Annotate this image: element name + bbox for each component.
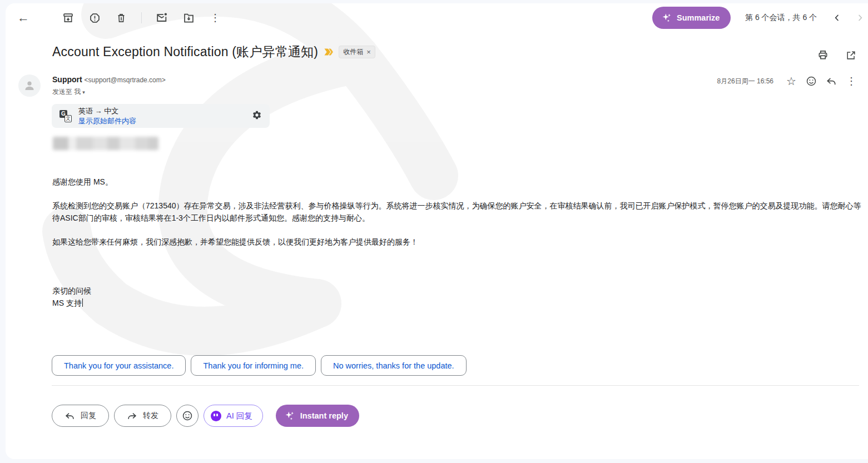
previous-conversation-icon[interactable] — [826, 7, 847, 28]
sparkle-icon — [284, 410, 295, 421]
translate-icon: G 文 — [59, 110, 72, 122]
recipient-text: 发送至 我 — [52, 87, 81, 97]
translate-languages: 英语 → 中文 — [78, 106, 136, 116]
more-vert-glyph: ⋮ — [210, 12, 220, 24]
message-date: 8月26日周一 16:56 — [717, 77, 773, 86]
sender-email: <support@msqrtrade.com> — [85, 76, 166, 84]
show-original-link[interactable]: 显示原始邮件内容 — [78, 116, 136, 126]
subject-row: Account Exception Notification (账户异常通知) … — [52, 43, 375, 61]
smart-reply-row: Thank you for your assistance. Thank you… — [52, 355, 467, 376]
sender-avatar[interactable] — [18, 74, 41, 97]
instant-reply-label: Instant reply — [300, 411, 348, 420]
archive-icon[interactable] — [57, 7, 79, 29]
signature-line-2: MS 支持 — [52, 297, 83, 310]
forward-button[interactable]: 转发 — [114, 405, 171, 427]
mark-unread-icon[interactable] — [151, 7, 173, 29]
instant-reply-button[interactable]: Instant reply — [276, 405, 359, 427]
body-paragraph-2: 系统检测到您的交易账户（7213540）存在异常交易，涉及非法经营获利、参与价格… — [52, 200, 862, 224]
importance-marker-icon[interactable] — [324, 48, 333, 56]
recipient-row[interactable]: 发送至 我 ▾ — [52, 87, 85, 97]
back-arrow-glyph: ← — [17, 11, 29, 25]
delete-icon[interactable] — [110, 7, 132, 29]
move-to-icon[interactable] — [177, 7, 200, 29]
star-glyph: ☆ — [786, 74, 796, 88]
back-icon[interactable]: ← — [12, 7, 34, 29]
reply-icon[interactable] — [821, 71, 841, 91]
forward-label: 转发 — [143, 411, 158, 421]
inbox-label-chip[interactable]: 收件箱 × — [339, 46, 375, 58]
bottom-action-row: 回复 转发 AI 回复 Instant reply — [52, 405, 359, 427]
body-paragraph-1: 感谢您使用 MS。 — [52, 176, 113, 188]
text-cursor — [82, 298, 83, 307]
section-divider — [52, 385, 859, 386]
translate-texts: 英语 → 中文 显示原始邮件内容 — [78, 106, 136, 126]
message-more-icon[interactable]: ⋮ — [841, 71, 861, 91]
star-icon[interactable]: ☆ — [781, 71, 801, 91]
sender-name: Support — [52, 75, 82, 84]
reply-button[interactable]: 回复 — [52, 405, 109, 427]
reply-label: 回复 — [81, 411, 96, 421]
email-view-panel: ← — [6, 3, 868, 459]
sparkle-icon — [661, 12, 672, 23]
forward-arrow-icon — [127, 411, 137, 421]
smart-reply-chip-1[interactable]: Thank you for your assistance. — [52, 355, 186, 376]
more-vert-glyph: ⋮ — [846, 75, 856, 87]
body-paragraph-3: 如果这给您带来任何麻烦，我们深感抱歉，并希望您能提供反馈，以便我们更好地为客户提… — [52, 236, 862, 248]
inbox-label-text: 收件箱 — [343, 47, 363, 57]
person-icon — [23, 79, 36, 92]
sender-line: Support <support@msqrtrade.com> — [52, 75, 166, 84]
add-emoji-reaction-button[interactable] — [176, 405, 199, 427]
report-spam-icon[interactable] — [83, 7, 106, 29]
smart-reply-chip-2[interactable]: Thank you for informing me. — [191, 355, 316, 376]
smart-reply-chip-3[interactable]: No worries, thanks for the update. — [321, 355, 467, 376]
ai-reply-button[interactable]: AI 回复 — [204, 405, 263, 427]
summarize-label: Summarize — [677, 13, 720, 22]
reply-arrow-icon — [65, 411, 75, 421]
email-subject: Account Exception Notification (账户异常通知) — [52, 43, 318, 61]
subject-actions — [814, 46, 860, 64]
more-options-icon[interactable]: ⋮ — [204, 7, 226, 29]
conversation-pagination: 第 6 个会话，共 6 个 — [745, 13, 817, 23]
message-meta: 8月26日周一 16:56 ☆ ⋮ — [717, 71, 861, 91]
remove-label-icon[interactable]: × — [366, 48, 371, 56]
redacted-text — [53, 137, 158, 150]
summarize-button[interactable]: Summarize — [652, 7, 731, 29]
message-toolbar: ← — [7, 6, 226, 29]
smiley-icon — [182, 410, 193, 421]
next-conversation-icon[interactable] — [850, 7, 868, 28]
toolbar-divider — [141, 12, 142, 23]
ai-face-icon — [211, 411, 221, 421]
print-icon[interactable] — [814, 46, 832, 64]
open-in-new-icon[interactable] — [841, 46, 860, 64]
translate-settings-gear-icon[interactable] — [252, 110, 262, 122]
emoji-reaction-icon[interactable] — [801, 71, 821, 91]
recipient-dropdown-icon[interactable]: ▾ — [82, 89, 85, 95]
signature-line-1: 亲切的问候 — [52, 285, 91, 297]
translate-bar: G 文 英语 → 中文 显示原始邮件内容 — [52, 104, 270, 128]
ai-reply-label: AI 回复 — [226, 411, 252, 421]
